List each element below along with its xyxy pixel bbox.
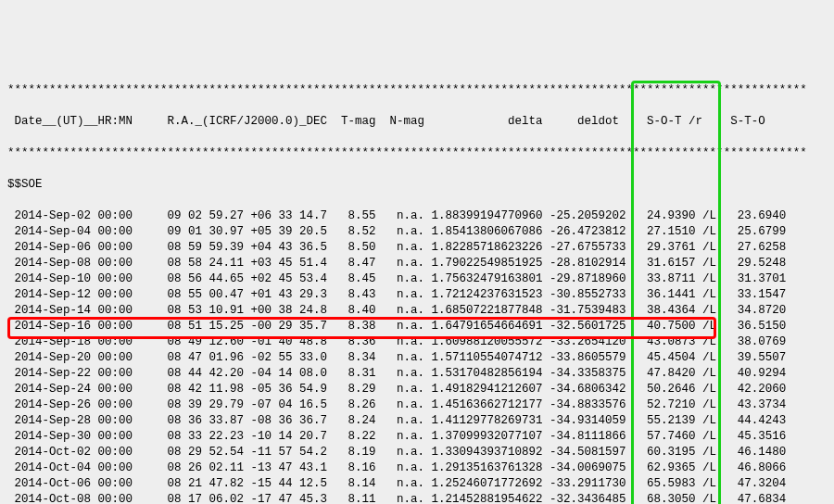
ephemeris-table: ****************************************… [0,63,834,504]
table-row: 2014-Sep-30 00:00 08 33 22.23 -10 14 20.… [7,429,827,445]
table-row: 2014-Sep-08 00:00 08 58 24.11 +03 45 51.… [7,256,827,271]
table-row: 2014-Sep-04 00:00 09 01 30.97 +05 39 20.… [7,224,827,240]
stars-header: ****************************************… [7,145,827,161]
table-row: 2014-Sep-18 00:00 08 49 12.60 -01 40 48.… [7,334,827,350]
table-row: 2014-Sep-14 00:00 08 53 10.91 +00 38 24.… [7,303,827,319]
table-row: 2014-Sep-24 00:00 08 42 11.98 -05 36 54.… [7,382,827,397]
table-row: 2014-Sep-16 00:00 08 51 15.25 -00 29 35.… [7,319,827,334]
table-row: 2014-Oct-04 00:00 08 26 02.11 -13 47 43.… [7,460,827,476]
table-row: 2014-Sep-22 00:00 08 44 42.20 -04 14 08.… [7,366,827,382]
stars-top: ****************************************… [7,82,827,98]
table-row: 2014-Sep-28 00:00 08 36 33.87 -08 36 36.… [7,413,827,429]
table-row: 2014-Sep-10 00:00 08 56 44.65 +02 45 53.… [7,271,827,287]
table-row: 2014-Oct-06 00:00 08 21 47.82 -15 44 12.… [7,476,827,492]
table-row: 2014-Sep-12 00:00 08 55 00.47 +01 43 29.… [7,287,827,303]
table-row: 2014-Sep-26 00:00 08 39 29.79 -07 04 16.… [7,397,827,413]
table-row: 2014-Sep-02 00:00 09 02 59.27 +06 33 14.… [7,208,827,224]
data-rows: 2014-Sep-02 00:00 09 02 59.27 +06 33 14.… [7,208,827,504]
column-header: Date__(UT)__HR:MN R.A._(ICRF/J2000.0)_DE… [7,114,827,130]
table-row: 2014-Sep-20 00:00 08 47 01.96 -02 55 33.… [7,350,827,366]
table-row: 2014-Sep-06 00:00 08 59 59.39 +04 43 36.… [7,240,827,256]
soe-marker: $$SOE [7,177,827,193]
table-row: 2014-Oct-08 00:00 08 17 06.02 -17 47 45.… [7,492,827,504]
table-row: 2014-Oct-02 00:00 08 29 52.54 -11 57 54.… [7,445,827,460]
